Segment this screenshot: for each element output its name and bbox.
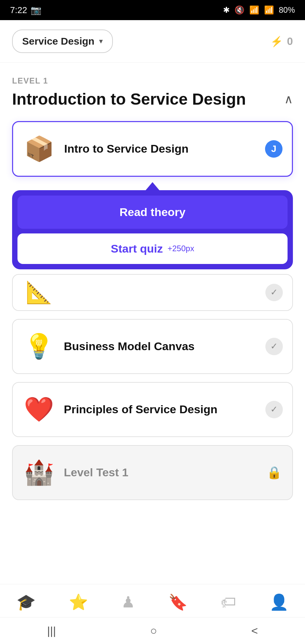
android-back-button[interactable]: < xyxy=(241,621,268,641)
level-label: LEVEL 1 xyxy=(12,76,293,86)
nav-learn[interactable]: 🎓 xyxy=(11,590,41,614)
completed-badge-partial: ✓ xyxy=(265,284,283,301)
status-time: 7:22 xyxy=(10,5,27,15)
lesson-card-business[interactable]: 💡 Business Model Canvas ✓ xyxy=(12,319,293,374)
camera-icon: 📷 xyxy=(31,5,41,15)
dropdown-arrow-icon: ▾ xyxy=(99,37,103,46)
header-score: ⚡ 0 xyxy=(270,35,293,48)
course-name: Service Design xyxy=(22,36,94,47)
lesson-card-partial[interactable]: 📐 ✓ xyxy=(12,274,293,311)
leaderboard-icon: ♟ xyxy=(121,593,135,611)
lesson-icon-leveltest: 🏰 xyxy=(22,456,56,489)
status-bar: 7:22 📷 ✱ 🔇 📶 📶 80% xyxy=(0,0,305,20)
lesson-icon-business: 💡 xyxy=(22,330,56,363)
level-title: Introduction to Service Design xyxy=(12,90,284,109)
lesson-title-leveltest: Level Test 1 xyxy=(64,466,257,479)
header: Service Design ▾ ⚡ 0 xyxy=(0,20,305,63)
achievements-icon: ⭐ xyxy=(69,593,88,611)
android-menu-button[interactable]: ||| xyxy=(37,621,66,641)
wifi-icon: 📶 xyxy=(249,5,259,15)
score-value: 0 xyxy=(287,35,293,48)
read-theory-button[interactable]: Read theory xyxy=(17,196,288,229)
bluetooth-icon: ✱ xyxy=(223,5,230,15)
lesson-title-business: Business Model Canvas xyxy=(64,340,257,353)
start-quiz-button[interactable]: Start quiz +250px xyxy=(17,233,288,264)
xp-bonus-badge: +250px xyxy=(168,244,194,253)
tags-icon: 🏷 xyxy=(221,593,236,611)
signal-icon: 📶 xyxy=(264,5,274,15)
nav-profile[interactable]: 👤 xyxy=(264,590,294,614)
bookmarks-icon: 🔖 xyxy=(168,593,187,611)
lock-badge-leveltest: 🔒 xyxy=(265,464,283,481)
bottom-navigation: 🎓 ⭐ ♟ 🔖 🏷 👤 xyxy=(0,584,305,617)
level-title-row: Introduction to Service Design ∧ xyxy=(12,90,293,109)
lesson-popup: Read theory Start quiz +250px xyxy=(12,181,293,269)
completed-badge-principles: ✓ xyxy=(265,401,283,418)
lesson-icon-partial: 📐 xyxy=(22,276,56,309)
nav-achievements[interactable]: ⭐ xyxy=(63,590,93,614)
battery-text: 80% xyxy=(279,5,295,15)
lesson-card-principles[interactable]: ❤️ Principles of Service Design ✓ xyxy=(12,382,293,437)
mute-icon: 🔇 xyxy=(234,5,245,15)
user-badge-intro: J xyxy=(265,140,282,158)
collapse-icon[interactable]: ∧ xyxy=(284,92,293,106)
lightning-icon: ⚡ xyxy=(270,36,283,47)
android-home-button[interactable]: ○ xyxy=(140,621,167,641)
nav-bookmarks[interactable]: 🔖 xyxy=(163,590,193,614)
lesson-title-intro: Intro to Service Design xyxy=(64,142,257,155)
learn-icon: 🎓 xyxy=(16,593,36,611)
completed-badge-business: ✓ xyxy=(265,338,283,355)
profile-icon: 👤 xyxy=(269,593,289,611)
start-quiz-label: Start quiz xyxy=(111,242,163,255)
lesson-card-intro[interactable]: 📦 Intro to Service Design J xyxy=(12,121,293,177)
nav-leaderboard[interactable]: ♟ xyxy=(116,590,140,614)
lesson-icon-principles: ❤️ xyxy=(22,393,56,426)
main-content: LEVEL 1 Introduction to Service Design ∧… xyxy=(0,63,305,522)
lesson-card-leveltest[interactable]: 🏰 Level Test 1 🔒 xyxy=(12,445,293,500)
lesson-title-principles: Principles of Service Design xyxy=(64,403,257,416)
android-nav-bar: ||| ○ < xyxy=(0,617,305,644)
nav-tags[interactable]: 🏷 xyxy=(215,590,242,614)
popup-arrow xyxy=(145,182,160,191)
popup-body: Read theory Start quiz +250px xyxy=(12,190,293,269)
course-selector[interactable]: Service Design ▾ xyxy=(12,30,113,53)
lesson-icon-intro: 📦 xyxy=(23,132,56,166)
